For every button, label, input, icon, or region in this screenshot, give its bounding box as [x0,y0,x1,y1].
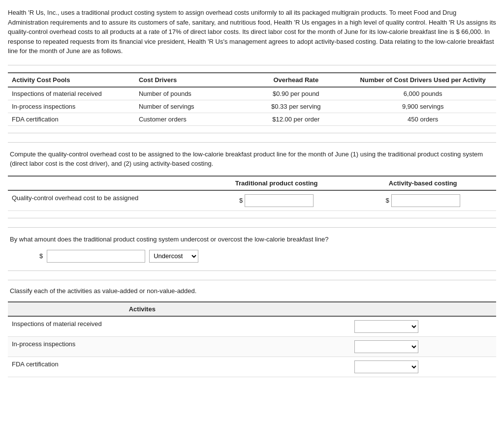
header-activity-cost-pools: Activity Cost Pools [8,73,135,87]
classify-table: Activites Inspections of material receiv… [8,301,496,377]
compute-row-label: Quality-control overhead cost to be assi… [8,190,203,211]
classify-activity-2: In-process inspections [8,336,277,357]
intro-paragraph: Health 'R Us, Inc., uses a traditional p… [8,8,496,56]
classify-activity-1: Inspections of material received [8,316,277,337]
compute-header-activity: Activity-based costing [349,176,496,190]
number-1-label: 6,000 pounds [349,87,496,100]
table-row: FDA certification Customer orders $12.00… [8,113,496,125]
activity-3-label: FDA certification [8,113,135,125]
classify-select-cell-2: Value-added Non-value-added [277,336,496,357]
activity-1-label: Inspections of material received [8,87,135,100]
classify-activity-3: FDA certification [8,357,277,377]
amount-dollar: $ [39,252,43,260]
driver-1-label: Number of pounds [135,87,242,100]
header-cost-drivers: Cost Drivers [135,73,242,87]
amount-section: By what amount does the traditional prod… [8,227,496,271]
activity-input[interactable] [391,194,460,207]
activity-value-cell: $ [349,190,496,211]
compute-row: Quality-control overhead cost to be assi… [8,190,496,211]
number-2-label: 9,900 servings [349,100,496,113]
classify-row-2: In-process inspections Value-added Non-v… [8,336,496,357]
compute-section: Compute the quality-control overhead cos… [8,142,496,218]
activity-cost-pools-section: Activity Cost Pools Cost Drivers Overhea… [8,65,496,133]
number-3-label: 450 orders [349,113,496,125]
header-overhead-rate: Overhead Rate [242,73,349,87]
classify-header-activities: Activites [8,302,277,316]
header-number-cost-drivers: Number of Cost Drivers Used per Activity [349,73,496,87]
amount-input[interactable] [47,250,145,263]
driver-2-label: Number of servings [135,100,242,113]
classify-select-3[interactable]: Value-added Non-value-added [354,360,418,373]
classify-row-3: FDA certification Value-added Non-value-… [8,357,496,377]
classify-select-1[interactable]: Value-added Non-value-added [354,320,418,333]
activity-dollar: $ [386,197,389,204]
classify-header-select [277,302,496,316]
overhead-1-label: $0.90 per pound [242,87,349,100]
classify-select-cell-1: Value-added Non-value-added [277,316,496,337]
traditional-input[interactable] [245,194,314,207]
compute-header-traditional: Traditional product costing [203,176,350,190]
undercost-overcost-select[interactable]: Undercost Overcost [149,250,198,263]
classify-section: Classify each of the activities as value… [8,280,496,384]
traditional-dollar: $ [239,197,243,204]
amount-prompt: By what amount does the traditional prod… [10,236,494,243]
table-row: In-process inspections Number of serving… [8,100,496,113]
driver-3-label: Customer orders [135,113,242,125]
compute-header-empty [8,176,203,190]
compute-table: Traditional product costing Activity-bas… [8,176,496,211]
traditional-value-cell: $ [203,190,350,211]
compute-prompt: Compute the quality-control overhead cos… [8,149,496,169]
activity-2-label: In-process inspections [8,100,135,113]
overhead-2-label: $0.33 per serving [242,100,349,113]
classify-prompt: Classify each of the activities as value… [8,287,496,295]
activity-cost-table: Activity Cost Pools Cost Drivers Overhea… [8,72,496,126]
table-row: Inspections of material received Number … [8,87,496,100]
overhead-3-label: $12.00 per order [242,113,349,125]
classify-select-cell-3: Value-added Non-value-added [277,357,496,377]
classify-row-1: Inspections of material received Value-a… [8,316,496,337]
amount-input-row: $ Undercost Overcost [10,250,494,263]
classify-select-2[interactable]: Value-added Non-value-added [354,340,418,353]
